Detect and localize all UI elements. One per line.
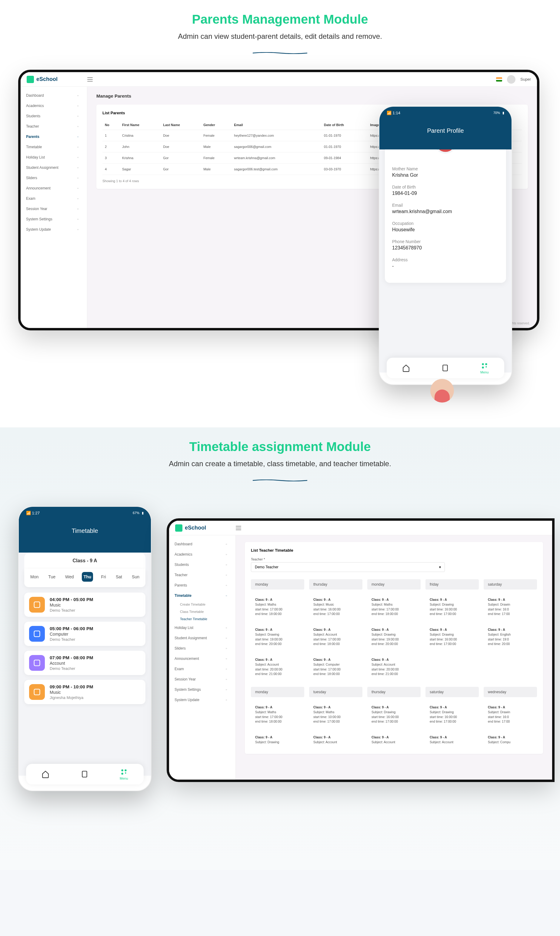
- timetable-item[interactable]: 04:00 PM - 05:00 PMMusicDemo Teacher: [24, 593, 145, 617]
- sidebar-item[interactable]: Student Assignment▫: [21, 162, 87, 173]
- hamburger-icon[interactable]: [87, 77, 93, 82]
- sidebar-item[interactable]: Parents▫: [169, 580, 235, 590]
- flag-icon[interactable]: [496, 77, 502, 82]
- day-tab[interactable]: Sat: [114, 572, 124, 582]
- field-label: Date of Birth: [392, 185, 499, 189]
- nav-home[interactable]: [42, 770, 49, 778]
- profile-field: Date of Birth1984-01-09: [392, 185, 499, 196]
- sidebar-item[interactable]: Teacher▫: [21, 121, 87, 132]
- svg-rect-8: [82, 771, 87, 777]
- hamburger-icon[interactable]: [236, 526, 241, 530]
- nav-menu[interactable]: Menu: [120, 768, 128, 780]
- tt-cell: Class: 9 - ASubject: Englishstart time: …: [484, 624, 537, 650]
- sidebar-item-label: System Update: [175, 698, 199, 702]
- sidebar-subitem[interactable]: Class Timetable: [169, 608, 235, 615]
- sidebar-item[interactable]: System Settings▫: [21, 214, 87, 224]
- timetable-item[interactable]: 07:00 PM - 08:00 PMAccountDemo Teacher: [24, 651, 145, 675]
- sidebar-item-label: Student Assignment: [26, 165, 58, 170]
- sidebar-subitem[interactable]: Create Timetable: [169, 601, 235, 608]
- logo-icon: [175, 524, 182, 532]
- nav-book[interactable]: [441, 364, 449, 372]
- sidebar-item[interactable]: Students▫: [169, 560, 235, 570]
- sidebar-item[interactable]: Sliders▫: [21, 173, 87, 183]
- tt-cell: Class: 9 - ASubject: Accountstart time: …: [367, 654, 421, 680]
- item-time: 04:00 PM - 05:00 PM: [50, 597, 93, 602]
- table-cell: 01-01-1970: [322, 130, 368, 141]
- table-header[interactable]: Last Name: [161, 120, 201, 130]
- sidebar-item[interactable]: Timetable▫: [21, 142, 87, 152]
- sidebar-item[interactable]: Session Year▫: [169, 674, 235, 684]
- brand-logo[interactable]: eSchool: [27, 76, 87, 83]
- status-battery: 67%: [133, 511, 139, 515]
- chevron-down-icon: ▾: [439, 565, 441, 569]
- table-cell: sagargor006.test@gmail.com: [232, 164, 322, 175]
- sidebar-icon: ▫: [77, 176, 82, 180]
- svg-point-2: [485, 363, 487, 365]
- sidebar-icon: ▫: [226, 646, 230, 650]
- sidebar-item[interactable]: Announcement▫: [21, 183, 87, 193]
- sidebar: Dashboard▫Academics▫Students▫Teacher▫Par…: [169, 521, 236, 780]
- sidebar-item[interactable]: Student Assignment▫: [169, 633, 235, 643]
- status-time: 📶 1:14: [387, 111, 400, 115]
- sidebar-item[interactable]: Exam▫: [169, 664, 235, 674]
- sidebar-item[interactable]: Announcement▫: [169, 654, 235, 664]
- sidebar-item[interactable]: System Update▫: [169, 695, 235, 705]
- item-teacher: Demo Teacher: [50, 666, 93, 671]
- svg-rect-4: [34, 602, 40, 608]
- status-battery: 70%: [493, 111, 500, 115]
- nav-menu[interactable]: Menu: [480, 362, 489, 374]
- sidebar-item[interactable]: Parents▫: [21, 132, 87, 142]
- sidebar-icon: ▫: [77, 207, 82, 211]
- sidebar-item[interactable]: Timetable▫: [169, 590, 235, 601]
- table-header[interactable]: Date of Birth: [322, 120, 368, 130]
- user-avatar[interactable]: [507, 75, 515, 84]
- brand-logo[interactable]: eSchool: [175, 524, 236, 532]
- sidebar-item[interactable]: Session Year▫: [21, 204, 87, 214]
- sidebar-icon: ▫: [77, 186, 82, 190]
- sidebar-item[interactable]: Teacher▫: [169, 570, 235, 580]
- nav-home[interactable]: [402, 364, 410, 372]
- field-value: Krishna Gor: [392, 172, 499, 178]
- sidebar-item[interactable]: Academics▫: [21, 101, 87, 111]
- table-cell: Gor: [161, 152, 201, 164]
- sidebar-item[interactable]: Academics▫: [169, 549, 235, 560]
- tt-cell: Class: 9 - ASubject: Computerstart time:…: [309, 654, 362, 680]
- tt-cell: Class: 9 - ASubject: Compu: [484, 732, 537, 748]
- sidebar-icon: ▫: [77, 93, 82, 98]
- sidebar-item[interactable]: Holiday List▫: [21, 152, 87, 162]
- class-chip[interactable]: Class - 9 A: [24, 553, 145, 569]
- day-tab[interactable]: Wed: [63, 572, 76, 582]
- day-tab[interactable]: Fri: [99, 572, 108, 582]
- day-tab[interactable]: Sun: [130, 572, 141, 582]
- sidebar-item[interactable]: System Settings▫: [169, 684, 235, 695]
- item-subject: Music: [50, 603, 93, 607]
- phone-title: Timetable: [19, 519, 151, 543]
- sidebar-item[interactable]: Sliders▫: [169, 643, 235, 654]
- sidebar-item[interactable]: Dashboard▫: [21, 90, 87, 101]
- day-tab[interactable]: Tue: [46, 572, 57, 582]
- teacher-select[interactable]: Demo Teacher ▾: [251, 562, 445, 572]
- sidebar-subitem[interactable]: Teacher Timetable: [169, 615, 235, 623]
- sidebar-icon: ▫: [226, 636, 230, 640]
- day-tab[interactable]: Thu: [82, 572, 93, 582]
- sidebar-item-label: Teacher: [26, 124, 39, 129]
- day-tab[interactable]: Mon: [28, 572, 40, 582]
- sidebar-item[interactable]: Dashboard▫: [169, 539, 235, 549]
- timetable-item[interactable]: 05:00 PM - 06:00 PMComputerDemo Teacher: [24, 622, 145, 646]
- phone-mockup: 📶 1:14 70% ▮ Parent Profile Mother NameK…: [379, 106, 512, 385]
- sidebar-item-label: Parents: [175, 583, 187, 587]
- nav-book[interactable]: [81, 770, 88, 778]
- sidebar-item[interactable]: Exam▫: [21, 193, 87, 204]
- table-header[interactable]: Gender: [201, 120, 232, 130]
- table-header[interactable]: Email: [232, 120, 322, 130]
- sidebar-icon: ▫: [226, 542, 230, 546]
- sidebar-item[interactable]: Holiday List▫: [169, 623, 235, 633]
- item-subject: Music: [50, 690, 93, 695]
- table-cell: Cristina: [120, 130, 161, 141]
- sidebar-item[interactable]: System Update▫: [21, 224, 87, 235]
- brand-name: eSchool: [36, 76, 58, 82]
- timetable-item[interactable]: 09:00 PM - 10:00 PMMusicJignesha Mojethi…: [24, 680, 145, 704]
- sidebar-item[interactable]: Students▫: [21, 111, 87, 121]
- table-header[interactable]: First Name: [120, 120, 161, 130]
- table-header[interactable]: No: [102, 120, 120, 130]
